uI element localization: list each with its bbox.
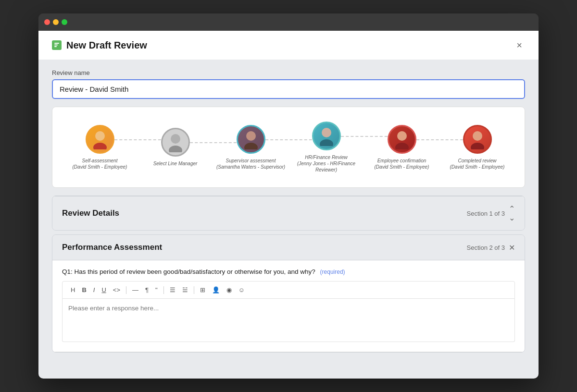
step-label-3: Supervisor assessment(Samantha Waters - … <box>216 158 285 170</box>
step-supervisor: Supervisor assessment(Samantha Waters - … <box>213 125 288 170</box>
toolbar-paragraph[interactable]: ¶ <box>143 285 151 294</box>
svg-point-6 <box>169 146 182 152</box>
svg-rect-1 <box>54 45 58 46</box>
maximize-traffic-light[interactable] <box>62 19 67 25</box>
toolbar-underline[interactable]: U <box>99 285 108 294</box>
toolbar-table[interactable]: ⊞ <box>198 285 208 294</box>
toolbar-emoji[interactable]: ☺ <box>236 285 247 294</box>
toolbar-quote[interactable]: " <box>153 285 160 294</box>
question-content: Q1: Has this period of review been good/… <box>62 268 315 275</box>
toolbar-code[interactable]: <> <box>111 285 123 294</box>
performance-assessment-title: Performance Assessment <box>62 243 162 252</box>
svg-point-8 <box>244 143 258 149</box>
avatar-david-completed <box>463 125 492 154</box>
svg-point-3 <box>95 131 105 141</box>
toolbar-divider-3 <box>194 286 194 294</box>
review-details-section: Review Details Section 1 of 3 ⌃⌄ <box>52 196 525 231</box>
step-label-5: Employee confirmation(David Smith - Empl… <box>375 158 429 170</box>
toolbar-mention[interactable]: 👤 <box>210 285 222 294</box>
rich-text-toolbar: H B I U <> — ¶ " ☰ ☱ ⊞ 👤 <box>62 281 515 299</box>
content-area: Review name Self-assessment(Da <box>52 69 525 353</box>
svg-point-14 <box>471 143 484 149</box>
step-label-2: Select Line Manager <box>153 160 198 167</box>
step-self-assessment: Self-assessment(David Smith - Employee) <box>62 125 138 170</box>
svg-point-11 <box>397 131 407 141</box>
modal-container: New Draft Review × Review name <box>38 31 539 379</box>
step-label-1: Self-assessment(David Smith - Employee) <box>73 158 127 170</box>
performance-assessment-header[interactable]: Performance Assessment Section 2 of 3 ✕ <box>52 235 525 260</box>
toolbar-color[interactable]: ◉ <box>224 285 234 294</box>
avatar-jenny <box>312 122 341 150</box>
toolbar-divider-2 <box>163 286 164 294</box>
toolbar-unordered-list[interactable]: ☰ <box>167 285 178 294</box>
performance-assessment-section: Performance Assessment Section 2 of 3 ✕ … <box>52 234 525 353</box>
review-name-field: Review name <box>52 69 525 99</box>
performance-section-label: Section 2 of 3 <box>467 244 505 251</box>
avatar-samantha <box>237 125 265 154</box>
close-button[interactable]: × <box>514 39 525 51</box>
draft-icon <box>52 40 62 50</box>
required-badge: (required) <box>320 269 345 275</box>
svg-point-12 <box>395 143 409 149</box>
response-textarea[interactable] <box>62 299 515 342</box>
performance-assessment-info: Section 2 of 3 ✕ <box>467 243 515 252</box>
svg-point-5 <box>171 134 180 144</box>
svg-point-4 <box>93 143 107 149</box>
toolbar-divider-1 <box>126 286 126 294</box>
review-details-info: Section 1 of 3 ⌃⌄ <box>467 204 515 222</box>
step-label-4: HR/Finance Review(Jenny Jones - HR/Finan… <box>288 154 364 173</box>
step-employee-confirm: Employee confirmation(David Smith - Empl… <box>364 125 439 170</box>
title-group: New Draft Review <box>52 40 147 51</box>
toolbar-italic[interactable]: I <box>91 285 98 294</box>
performance-close-icon: ✕ <box>509 243 515 252</box>
toolbar-bold[interactable]: B <box>79 285 88 294</box>
question-area: Q1: Has this period of review been good/… <box>52 260 525 352</box>
review-name-input[interactable] <box>52 79 525 99</box>
step-label-6: Completed review(David Smith - Employee) <box>450 158 505 170</box>
step-line-manager: Select Line Manager <box>138 128 213 167</box>
toolbar-ordered-list[interactable]: ☱ <box>180 285 190 294</box>
modal-header: New Draft Review × <box>38 31 539 60</box>
svg-point-10 <box>320 139 333 146</box>
review-details-toggle-icon: ⌃⌄ <box>509 204 515 222</box>
workflow-steps: Self-assessment(David Smith - Employee) … <box>62 122 515 173</box>
close-traffic-light[interactable] <box>44 19 50 25</box>
svg-point-9 <box>322 128 331 137</box>
modal-title: New Draft Review <box>66 40 147 51</box>
svg-rect-2 <box>54 46 57 47</box>
review-details-section-label: Section 1 of 3 <box>467 210 505 217</box>
question-text: Q1: Has this period of review been good/… <box>62 268 515 275</box>
step-completed: Completed review(David Smith - Employee) <box>439 125 515 170</box>
avatar-line-manager <box>161 128 190 157</box>
workflow-panel: Self-assessment(David Smith - Employee) … <box>52 107 525 188</box>
review-details-header[interactable]: Review Details Section 1 of 3 ⌃⌄ <box>52 196 525 230</box>
title-bar <box>38 13 539 31</box>
review-name-label: Review name <box>52 69 525 76</box>
avatar-david-confirm <box>388 125 416 154</box>
svg-point-13 <box>473 131 482 141</box>
avatar-david-employee <box>86 125 114 154</box>
minimize-traffic-light[interactable] <box>53 19 59 25</box>
toolbar-heading[interactable]: H <box>68 285 77 294</box>
svg-rect-0 <box>54 43 59 44</box>
svg-point-7 <box>246 131 256 141</box>
step-hr-finance: HR/Finance Review(Jenny Jones - HR/Finan… <box>288 122 364 173</box>
review-details-title: Review Details <box>62 208 119 218</box>
toolbar-hr[interactable]: — <box>130 285 141 294</box>
window: New Draft Review × Review name <box>38 13 539 379</box>
